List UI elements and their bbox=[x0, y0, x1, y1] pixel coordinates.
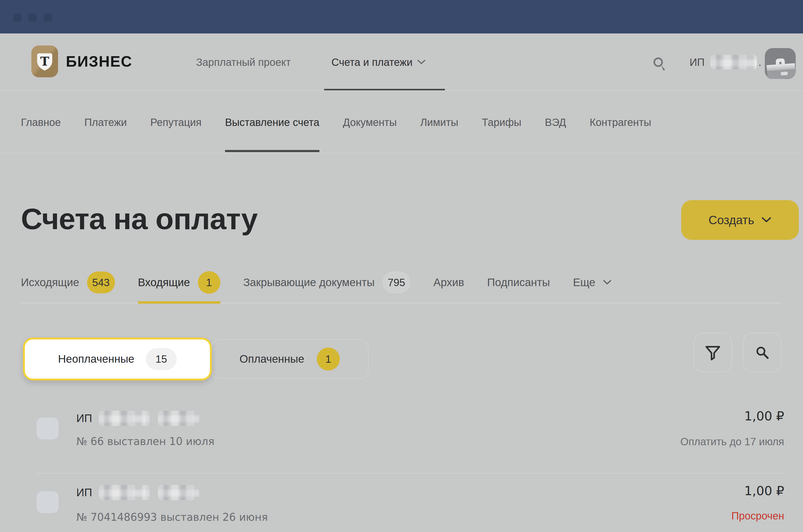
count-badge: 15 bbox=[146, 348, 177, 370]
invoice-details: № 7041486993 выставлен 26 июня bbox=[76, 511, 268, 523]
count-badge: 795 bbox=[382, 271, 410, 293]
subnav-divider bbox=[0, 153, 803, 154]
invoice-amount: 1,00 ₽ bbox=[744, 408, 784, 423]
subnav-item-vystavlenie-scheta[interactable]: Выставление счета bbox=[225, 91, 319, 154]
subnav-item-reputaciya[interactable]: Репутация bbox=[150, 91, 202, 154]
subnav-item-limity[interactable]: Лимиты bbox=[420, 91, 459, 154]
tab-more[interactable]: Еще bbox=[573, 261, 611, 304]
window-control-dot bbox=[13, 14, 21, 22]
tab-outgoing[interactable]: Исходящие 543 bbox=[21, 261, 115, 304]
row-checkbox[interactable] bbox=[37, 491, 59, 513]
t-bank-logo-icon[interactable]: Т bbox=[31, 45, 58, 77]
subnav-item-ved[interactable]: ВЭД bbox=[545, 91, 566, 154]
search-icon[interactable] bbox=[651, 55, 668, 72]
header-nav-salary-project[interactable]: Зарплатный проект bbox=[196, 34, 291, 91]
chevron-down-icon bbox=[603, 280, 611, 285]
invoice-due-status: Просрочен bbox=[731, 510, 784, 522]
invoice-tabs: Исходящие 543 Входящие 1 Закрывающие док… bbox=[21, 261, 782, 304]
subnav-item-platezhi[interactable]: Платежи bbox=[85, 91, 127, 154]
svg-text:Т: Т bbox=[40, 54, 49, 69]
blurred-payer-name bbox=[158, 411, 199, 426]
subnav-item-glavnoe[interactable]: Главное bbox=[21, 91, 61, 154]
funnel-icon bbox=[704, 345, 722, 360]
create-button[interactable]: Создать bbox=[681, 200, 799, 240]
briefcase-avatar[interactable] bbox=[765, 48, 796, 79]
subnav-item-kontragenty[interactable]: Контрагенты bbox=[590, 91, 651, 154]
blurred-payer-name bbox=[99, 411, 150, 426]
invoice-due-status: Оплатить до 17 июля bbox=[680, 436, 784, 448]
brand-name: БИЗНЕС bbox=[66, 48, 132, 75]
count-badge: 1 bbox=[317, 347, 340, 370]
blurred-payer-name bbox=[158, 485, 199, 500]
tab-closing-documents[interactable]: Закрывающие документы 795 bbox=[243, 261, 410, 304]
payer-name: ИП bbox=[76, 411, 199, 426]
window-control-dot bbox=[28, 14, 37, 22]
payer-name: ИП bbox=[76, 485, 199, 500]
segment-paid[interactable]: Оплаченные 1 bbox=[211, 339, 369, 379]
app-header: Т БИЗНЕС Зарплатный проект Счета и плате… bbox=[0, 34, 803, 91]
search-icon bbox=[754, 344, 770, 361]
tab-archive[interactable]: Архив bbox=[433, 261, 464, 304]
row-checkbox[interactable] bbox=[37, 418, 59, 439]
subnav-item-dokumenty[interactable]: Документы bbox=[343, 91, 397, 154]
invoice-amount: 1,00 ₽ bbox=[744, 483, 784, 498]
section-nav: Главное Платежи Репутация Выставление сч… bbox=[0, 91, 803, 154]
row-divider bbox=[37, 473, 784, 473]
segment-unpaid-selected[interactable]: Неоплаченные 15 bbox=[23, 338, 212, 380]
account-chip[interactable]: ИП . bbox=[690, 34, 762, 91]
window-control-dot bbox=[44, 14, 52, 22]
browser-top-bar bbox=[0, 0, 803, 34]
invoices-page: Т БИЗНЕС Зарплатный проект Счета и плате… bbox=[0, 0, 803, 532]
tab-incoming[interactable]: Входящие 1 bbox=[138, 261, 220, 304]
chevron-down-icon bbox=[417, 60, 426, 65]
invoice-details: № 66 выставлен 10 июля bbox=[76, 435, 214, 447]
count-badge: 1 bbox=[198, 271, 220, 294]
count-badge: 543 bbox=[87, 271, 115, 293]
blurred-payer-name bbox=[99, 485, 150, 500]
subnav-item-tarify[interactable]: Тарифы bbox=[482, 91, 521, 154]
list-search-button[interactable] bbox=[743, 332, 782, 372]
tab-signers[interactable]: Подписанты bbox=[487, 261, 550, 304]
blurred-account-name bbox=[710, 55, 757, 70]
filter-button[interactable] bbox=[693, 332, 732, 372]
page-title: Счета на оплату bbox=[21, 202, 258, 236]
chevron-down-icon bbox=[762, 217, 771, 223]
header-nav-accounts-payments[interactable]: Счета и платежи bbox=[332, 34, 426, 91]
